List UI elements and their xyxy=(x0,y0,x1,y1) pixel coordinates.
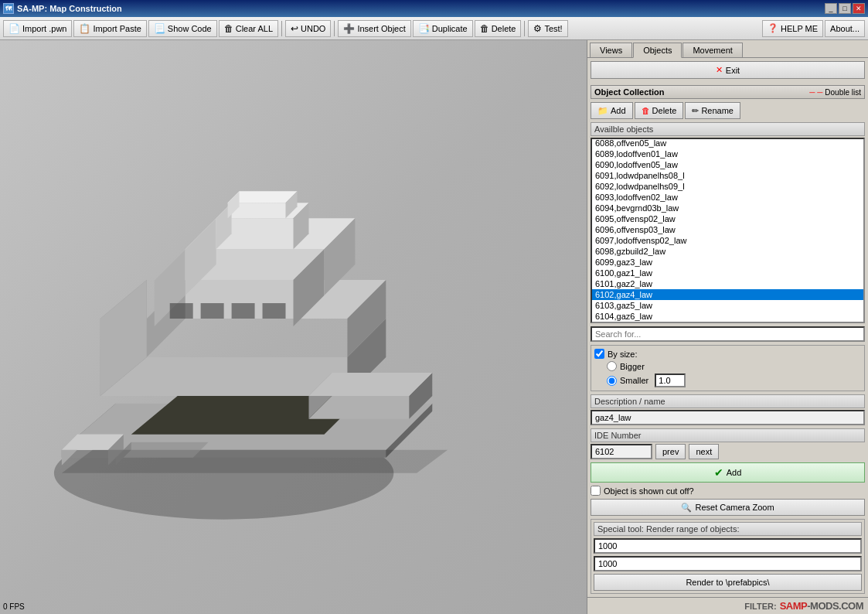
minimize-button[interactable]: _ xyxy=(825,3,837,14)
list-item[interactable]: 6088,offven05_law xyxy=(592,138,863,148)
list-item[interactable]: 6098,gzbuild2_law xyxy=(592,246,863,257)
render-input-2[interactable] xyxy=(594,556,862,571)
next-button[interactable]: next xyxy=(689,444,719,459)
test-icon: ⚙ xyxy=(533,23,542,34)
undo-icon: ↩ xyxy=(291,23,298,34)
rename-collection-button[interactable]: ✏ Rename xyxy=(685,102,740,119)
show-code-button[interactable]: 📃 Show Code xyxy=(148,20,217,37)
search-row xyxy=(591,326,865,342)
ide-row: prev next xyxy=(591,444,865,459)
list-item[interactable]: 6101,gaz2_law xyxy=(592,278,863,289)
help-about-row: ❓ HELP ME About... xyxy=(762,20,865,37)
ide-input[interactable] xyxy=(591,444,652,459)
list-item[interactable]: 6091,lodwdpanelhs08_l xyxy=(592,170,863,181)
list-item[interactable]: 6096,offvensp03_law xyxy=(592,224,863,235)
rename-icon: ✏ xyxy=(692,106,699,116)
delete-collection-button[interactable]: 🗑 Delete xyxy=(635,102,684,119)
list-item[interactable]: 6100,gaz1_law xyxy=(592,268,863,278)
separator-2 xyxy=(334,21,335,36)
object-listbox[interactable]: 6086,lodoffvencp_law06087,offven01_law60… xyxy=(591,138,865,323)
app-icon: 🗺 xyxy=(3,3,14,14)
separator-1 xyxy=(281,21,282,36)
reset-icon: 🔍 xyxy=(681,503,692,513)
insert-object-button[interactable]: ➕ Insert Object xyxy=(338,20,410,37)
size-value-input[interactable] xyxy=(655,374,686,387)
render-input-1[interactable] xyxy=(594,538,862,554)
add-collection-button[interactable]: 📁 Add xyxy=(591,102,633,119)
help-button[interactable]: ❓ HELP ME xyxy=(762,20,823,37)
special-tool-label: Special tool: Render range of objects: xyxy=(594,522,862,536)
delete-icon: 🗑 xyxy=(480,23,489,34)
duplicate-button[interactable]: 📑 Duplicate xyxy=(413,20,473,37)
tab-movement[interactable]: Movement xyxy=(682,43,742,57)
separator-3 xyxy=(524,21,525,36)
window-title: SA-MP: Map Construction xyxy=(17,4,122,13)
filter-logo: SAMP-MODS.COM xyxy=(780,600,863,612)
exit-button[interactable]: ✕ Exit xyxy=(591,61,865,79)
double-list-toggle[interactable]: ─ ─ Double list xyxy=(809,88,861,97)
bysize-checkbox[interactable] xyxy=(594,349,604,359)
smaller-radio-row: Smaller xyxy=(607,374,861,387)
close-button[interactable]: ✕ xyxy=(853,3,865,14)
smaller-label: Smaller xyxy=(620,376,648,385)
render-button[interactable]: Render to \prefabpics\ xyxy=(594,574,862,591)
test-button[interactable]: ⚙ Test! xyxy=(528,20,567,37)
reset-camera-button[interactable]: 🔍 Reset Camera Zoom xyxy=(591,499,865,516)
clear-icon: 🗑 xyxy=(224,23,233,34)
collection-title: Object Collection xyxy=(594,87,664,97)
list-item[interactable]: 6092,lodwdpanelhs09_l xyxy=(592,181,863,192)
prev-button[interactable]: prev xyxy=(655,444,686,459)
description-section: Description / name xyxy=(591,394,865,425)
list-item[interactable]: 6103,gaz5_law xyxy=(592,300,863,311)
list-item[interactable]: 6093,lodoffven02_law xyxy=(592,192,863,203)
window-controls: _ □ ✕ xyxy=(825,3,865,14)
svg-marker-36 xyxy=(62,450,448,473)
delete-collection-icon: 🗑 xyxy=(642,106,650,115)
svg-rect-38 xyxy=(201,303,224,319)
import-pwn-button[interactable]: 📄 Import .pwn xyxy=(3,20,72,37)
special-tool-section: Special tool: Render range of objects: R… xyxy=(591,519,865,594)
smaller-radio[interactable] xyxy=(607,376,617,386)
cutoff-checkbox[interactable] xyxy=(591,486,601,496)
collection-header: Object Collection ─ ─ Double list xyxy=(591,85,865,99)
list-item[interactable]: 6094,bevgrnd03b_law xyxy=(592,203,863,213)
list-item[interactable]: 6095,offvensp02_law xyxy=(592,213,863,224)
svg-rect-37 xyxy=(170,303,193,319)
list-item[interactable]: 6090,lodoffven05_law xyxy=(592,159,863,170)
cutoff-row: Object is shown cut off? xyxy=(591,486,865,496)
bigger-radio-row: Bigger xyxy=(607,361,861,371)
tab-objects[interactable]: Objects xyxy=(633,43,682,58)
exit-icon: ✕ xyxy=(716,65,723,75)
available-section: Availble objects 6086,lodoffvencp_law060… xyxy=(591,122,865,323)
about-button[interactable]: About... xyxy=(825,20,865,37)
add-object-icon: ✔ xyxy=(714,466,723,479)
list-item[interactable]: 6102,gaz4_law xyxy=(592,289,863,300)
viewport[interactable]: 0 FPS xyxy=(0,40,587,614)
duplicate-icon: 📑 xyxy=(418,23,430,34)
filter-label: FILTER: xyxy=(744,602,776,611)
undo-button[interactable]: ↩ UNDO xyxy=(285,20,331,37)
list-item[interactable]: 6104,gaz6_law xyxy=(592,311,863,322)
import-paste-button[interactable]: 📋 Import Paste xyxy=(73,20,146,37)
bysize-section: By size: Bigger Smaller xyxy=(591,345,865,391)
clear-all-button[interactable]: 🗑 Clear ALL xyxy=(219,20,278,37)
fps-counter: 0 FPS xyxy=(3,602,25,611)
maximize-button[interactable]: □ xyxy=(839,3,851,14)
delete-button[interactable]: 🗑 Delete xyxy=(475,20,522,37)
bigger-radio[interactable] xyxy=(607,361,617,371)
bigger-label: Bigger xyxy=(620,362,645,371)
import-paste-icon: 📋 xyxy=(79,23,90,34)
action-buttons: 📁 Add 🗑 Delete ✏ Rename xyxy=(591,102,865,119)
cutoff-label: Object is shown cut off? xyxy=(604,486,694,496)
list-item[interactable]: 6099,gaz3_law xyxy=(592,257,863,268)
list-item[interactable]: 6097,lodoffvensp02_law xyxy=(592,235,863,246)
tab-views[interactable]: Views xyxy=(590,43,632,57)
list-item[interactable]: 6089,lodoffven01_law xyxy=(592,148,863,159)
description-input[interactable] xyxy=(591,410,865,425)
objects-panel: ✕ Exit Object Collection ─ ─ Double list… xyxy=(587,58,868,597)
available-label: Availble objects xyxy=(591,122,865,136)
add-object-button[interactable]: ✔ Add xyxy=(591,462,865,483)
description-label: Description / name xyxy=(591,394,865,408)
main-container: 0 FPS Views Objects Movement ✕ Exit Obje… xyxy=(0,40,868,614)
search-input[interactable] xyxy=(591,326,865,342)
